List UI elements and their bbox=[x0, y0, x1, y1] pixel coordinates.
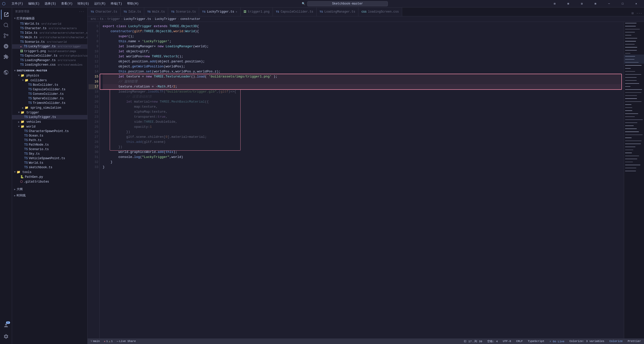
file-sketchbook[interactable]: TS sketchbook.ts bbox=[12, 165, 87, 170]
spaces-status[interactable]: 空格: 4 bbox=[486, 339, 499, 343]
breadcrumb-class[interactable]: LuckyTrigger bbox=[155, 17, 176, 21]
breadcrumb-src[interactable]: src bbox=[91, 17, 96, 21]
open-file-css[interactable]: TS loadingScreen.css src\css\modules bbox=[12, 63, 87, 67]
open-file-trigger1[interactable]: 🖼 trigger1.png build\assets\imgs bbox=[12, 49, 87, 54]
open-file-luckytrigger[interactable]: ✕ TS LuckyTrigger.ts src\ts\trigger bbox=[12, 44, 87, 49]
prettier-status[interactable]: Prettier bbox=[627, 340, 642, 343]
tab-css[interactable]: CSS loadingScreen.css bbox=[358, 8, 402, 16]
file-path[interactable]: TS Path.ts bbox=[12, 138, 87, 143]
open-file-walk[interactable]: TS Walk.ts src\ts\characters\character_s… bbox=[12, 35, 87, 40]
language-status[interactable]: TypeScript bbox=[527, 340, 545, 343]
account-activity-icon[interactable]: 1 bbox=[1, 320, 11, 330]
close-icon[interactable]: ✕ bbox=[20, 45, 22, 48]
folder-vehicles[interactable]: ▶ 📁 vehicles bbox=[12, 119, 87, 124]
folder-trigger[interactable]: ▼ 📁 trigger bbox=[12, 110, 87, 115]
tab-loading[interactable]: TS LoadingManager.ts bbox=[317, 8, 359, 16]
layout-icon4[interactable]: ⊞ bbox=[590, 0, 601, 8]
sidebar-more-icon[interactable]: ··· bbox=[79, 10, 84, 13]
menu-file[interactable]: 文件(F) bbox=[10, 1, 25, 6]
file-trimeshcollider[interactable]: TS TrimeshCollider.ts bbox=[12, 101, 87, 105]
file-ocean[interactable]: TS Ocean.ts bbox=[12, 134, 87, 138]
file-sky[interactable]: TS Sky.ts bbox=[12, 152, 87, 156]
tab-luckytrigger[interactable]: TS LuckyTrigger.ts ✕ bbox=[199, 8, 240, 16]
open-file-capsule[interactable]: TS CapsuleCollider.ts src\ts\physics\col… bbox=[12, 54, 87, 58]
open-file-loading[interactable]: TS LoadingManager.ts src\ts\core bbox=[12, 58, 87, 63]
open-file-idle[interactable]: TS Idle.ts src\ts\characters\character_s… bbox=[12, 31, 87, 35]
tab-idle[interactable]: TS Idle.ts bbox=[121, 8, 144, 16]
remote-activity-icon[interactable] bbox=[1, 67, 11, 77]
file-convexcollider[interactable]: TS ConvexCollider.ts bbox=[12, 92, 87, 96]
breadcrumb-file[interactable]: LuckyTrigger.ts bbox=[124, 17, 151, 21]
file-luckytrigger-tree[interactable]: TS LuckyTrigger.ts bbox=[12, 115, 87, 119]
folder-physics[interactable]: ▼ 📁 physics bbox=[12, 73, 87, 78]
breadcrumb-constructor[interactable]: constructor bbox=[180, 17, 200, 21]
open-file-scenario[interactable]: TS Scenario.ts src\ts\world bbox=[12, 40, 87, 44]
breadcrumb-trigger[interactable]: trigger bbox=[107, 17, 120, 21]
more-actions-icon[interactable]: ··· bbox=[636, 11, 642, 16]
outline-header[interactable]: ▶ 大纲 bbox=[12, 186, 87, 192]
maximize-button[interactable]: □ bbox=[617, 0, 628, 8]
minimize-button[interactable]: ─ bbox=[603, 0, 615, 8]
ts-icon: TS bbox=[20, 31, 24, 35]
project-header[interactable]: ▼ SKETCHBOOK-MASTER bbox=[12, 68, 87, 73]
tab-scenario[interactable]: TS Scenario.ts bbox=[168, 8, 199, 16]
extensions-activity-icon[interactable] bbox=[1, 52, 11, 62]
git-activity-icon[interactable] bbox=[1, 31, 11, 41]
menu-run[interactable]: 运行(R) bbox=[92, 1, 108, 6]
settings-activity-icon[interactable] bbox=[1, 331, 11, 341]
colorize-button[interactable]: Colorize bbox=[608, 340, 624, 343]
git-branch-status[interactable]: ⑂ main bbox=[90, 340, 101, 343]
file-capsulecollider[interactable]: TS CapsuleCollider.ts bbox=[12, 87, 87, 92]
menu-goto[interactable]: 转到(G) bbox=[75, 1, 91, 6]
debug-activity-icon[interactable] bbox=[1, 41, 11, 51]
line-endings-status[interactable]: CRLF bbox=[515, 340, 524, 343]
layout-icon2[interactable]: ⊞ bbox=[562, 0, 574, 8]
tab-character[interactable]: TS Character.ts bbox=[88, 8, 121, 16]
menu-help[interactable]: 帮助(H) bbox=[125, 1, 141, 6]
code-editor[interactable]: 5 6 7 8 9 10 11 12 13 14 15 16 17 18 19 … bbox=[88, 22, 644, 338]
error-status[interactable]: ✕ 1 ⚠ 1 bbox=[103, 340, 113, 343]
breadcrumb-ts[interactable]: ts bbox=[100, 17, 103, 21]
close-button[interactable]: ✕ bbox=[630, 0, 642, 8]
spring-chevron: ▶ bbox=[22, 106, 24, 109]
layout-icon3[interactable]: ⊡ bbox=[576, 0, 588, 8]
search-box[interactable]: Sketchbook-master bbox=[307, 1, 388, 6]
file-pathgen[interactable]: 🐍 PathGen.py bbox=[12, 175, 87, 179]
open-file-world[interactable]: TS World.ts src\ts\world bbox=[12, 22, 87, 26]
tab-capsule[interactable]: TS CapsuleCollider.ts bbox=[273, 8, 317, 16]
folder-tools[interactable]: ▼ 📁 tools bbox=[12, 170, 87, 175]
tab-walk[interactable]: TS Walk.ts bbox=[144, 8, 168, 16]
colorize-status[interactable]: Colorize: 3 variables bbox=[569, 340, 605, 343]
tab-trigger1[interactable]: 🖼 trigger1.png bbox=[241, 8, 273, 16]
menu-edit[interactable]: 编辑(E) bbox=[26, 1, 42, 6]
code-content[interactable]: export class LuckyTrigger extends THREE.… bbox=[100, 22, 624, 338]
live-share-status[interactable]: ↔ Live Share bbox=[116, 340, 137, 343]
explorer-activity-icon[interactable] bbox=[1, 10, 11, 20]
file-gitattributes[interactable]: ⬡ .gitattributes bbox=[12, 179, 87, 184]
tab-close-icon[interactable]: ✕ bbox=[236, 10, 237, 13]
folder-world[interactable]: ▼ 📁 world bbox=[12, 124, 87, 129]
folder-spring[interactable]: ▶ 📁 spring_simulation bbox=[12, 105, 87, 110]
position-status[interactable]: 行 17，列 39 bbox=[463, 339, 483, 343]
file-characterspawn[interactable]: TS CharacterSpawnPoint.ts bbox=[12, 129, 87, 134]
encoding-status[interactable]: UTF-8 bbox=[502, 340, 512, 343]
folder-icon: 📁 bbox=[17, 170, 20, 174]
open-file-character[interactable]: TS Character.ts src\ts\characters bbox=[12, 26, 87, 31]
file-scenario-world[interactable]: TS Scenario.ts bbox=[12, 147, 87, 152]
file-spherecollider[interactable]: TS SphereCollider.ts bbox=[12, 96, 87, 101]
file-boxcollider[interactable]: TS BoxCollider.ts bbox=[12, 83, 87, 87]
menu-select[interactable]: 选择(S) bbox=[43, 1, 58, 6]
split-editor-icon[interactable]: ⊡ bbox=[630, 11, 635, 16]
search-activity-icon[interactable] bbox=[1, 20, 11, 30]
menu-terminal[interactable]: 终端(T) bbox=[109, 1, 124, 6]
layout-icon[interactable]: ⊟ bbox=[549, 0, 560, 8]
file-vehiclespawn[interactable]: TS VehicleSpawnPoint.ts bbox=[12, 156, 87, 161]
go-live-status[interactable]: ⚡ Go Live bbox=[548, 340, 565, 343]
file-pathnode[interactable]: TS PathNode.ts bbox=[12, 143, 87, 147]
minimap[interactable] bbox=[624, 22, 644, 338]
folder-colliders[interactable]: ▼ 📁 colliders bbox=[12, 78, 87, 83]
open-editors-header[interactable]: ▼ 打开的编辑器 bbox=[12, 15, 87, 22]
file-world-world[interactable]: TS World.ts bbox=[12, 161, 87, 165]
timeline-header[interactable]: ▶ 时间线 bbox=[12, 192, 87, 199]
menu-view[interactable]: 查看(V) bbox=[59, 1, 75, 6]
